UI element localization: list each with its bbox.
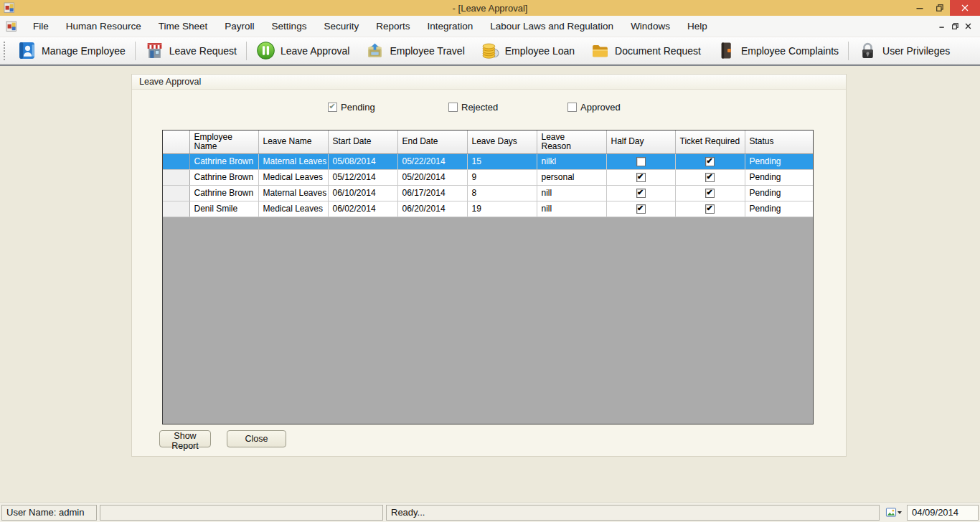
grid-body: Cathrine BrownMaternal Leaves05/08/20140… bbox=[163, 153, 814, 217]
cell-leave_reason[interactable]: personal bbox=[537, 169, 606, 185]
cell-employee_name[interactable]: Cathrine Brown bbox=[189, 153, 258, 169]
filter-pending-label: Pending bbox=[341, 102, 375, 113]
cell-employee_name[interactable]: Denil Smile bbox=[189, 201, 258, 217]
cell-end_date[interactable]: 06/17/2014 bbox=[397, 185, 467, 201]
column-header-status[interactable]: Status bbox=[745, 130, 814, 153]
cell-status[interactable]: Pending bbox=[745, 153, 814, 169]
cell-start_date[interactable]: 05/12/2014 bbox=[328, 169, 397, 185]
cell-status[interactable]: Pending bbox=[745, 201, 814, 217]
cell-half_day[interactable] bbox=[606, 153, 675, 169]
column-header-ticket_required[interactable]: Ticket Required bbox=[675, 130, 745, 153]
show-report-button[interactable]: Show Report bbox=[159, 430, 211, 447]
column-header-employee_name[interactable]: Employee Name bbox=[189, 130, 258, 153]
ticket_required-checkbox[interactable] bbox=[705, 173, 715, 182]
menu-item-security[interactable]: Security bbox=[315, 16, 367, 37]
cell-end_date[interactable]: 06/20/2014 bbox=[397, 201, 467, 217]
cell-leave_days[interactable]: 15 bbox=[467, 153, 537, 169]
toolbar-grip-handle[interactable] bbox=[2, 42, 6, 60]
mdi-restore-icon[interactable] bbox=[948, 21, 961, 32]
menu-item-integration[interactable]: Integration bbox=[418, 16, 481, 37]
cell-ticket_required[interactable] bbox=[675, 153, 745, 169]
cell-end_date[interactable]: 05/22/2014 bbox=[397, 153, 467, 169]
half_day-checkbox[interactable] bbox=[636, 157, 646, 166]
ticket_required-checkbox[interactable] bbox=[705, 189, 715, 198]
cell-status[interactable]: Pending bbox=[745, 169, 814, 185]
toolbar-leave-approval[interactable]: Leave Approval bbox=[248, 37, 358, 64]
grid-corner-header[interactable] bbox=[163, 130, 189, 153]
close-panel-button[interactable]: Close bbox=[227, 430, 286, 447]
cell-leave_reason[interactable]: nill bbox=[537, 185, 606, 201]
filter-approved[interactable]: Approved bbox=[567, 102, 621, 113]
toolbar-label-employee-travel: Employee Travel bbox=[390, 45, 464, 57]
row-header-cell[interactable] bbox=[163, 153, 189, 169]
half_day-checkbox[interactable] bbox=[636, 204, 646, 214]
cell-start_date[interactable]: 06/02/2014 bbox=[328, 201, 397, 217]
cell-leave_days[interactable]: 19 bbox=[467, 201, 537, 217]
cell-leave_name[interactable]: Maternal Leaves bbox=[258, 153, 328, 169]
column-header-leave_days[interactable]: Leave Days bbox=[467, 130, 537, 153]
mdi-child-icon[interactable] bbox=[6, 21, 17, 32]
cell-leave_name[interactable]: Maternal Leaves bbox=[258, 185, 328, 201]
cell-half_day[interactable] bbox=[606, 201, 675, 217]
toolbar-user-privileges[interactable]: User Privileges bbox=[850, 37, 958, 64]
column-header-half_day[interactable]: Half Day bbox=[606, 130, 675, 153]
cell-leave_days[interactable]: 9 bbox=[467, 169, 537, 185]
half_day-checkbox[interactable] bbox=[636, 173, 646, 182]
toolbar-employee-travel[interactable]: Employee Travel bbox=[357, 37, 472, 64]
close-icon[interactable] bbox=[950, 0, 980, 16]
row-header-cell[interactable] bbox=[163, 169, 189, 185]
menu-item-file[interactable]: File bbox=[24, 16, 57, 37]
mdi-close-icon[interactable] bbox=[961, 21, 974, 32]
cell-ticket_required[interactable] bbox=[675, 201, 745, 217]
menu-item-human-resource[interactable]: Human Resource bbox=[57, 16, 150, 37]
column-header-leave_name[interactable]: Leave Name bbox=[258, 130, 328, 153]
filter-rejected[interactable]: Rejected bbox=[448, 102, 498, 113]
column-header-start_date[interactable]: Start Date bbox=[328, 130, 397, 153]
travel-box-icon bbox=[365, 41, 385, 60]
cell-leave_reason[interactable]: nilkl bbox=[537, 153, 606, 169]
cell-leave_reason[interactable]: nill bbox=[537, 201, 606, 217]
menu-item-windows[interactable]: Windows bbox=[622, 16, 679, 37]
row-header-cell[interactable] bbox=[163, 185, 189, 201]
toolbar-employee-complaints[interactable]: Employee Complaints bbox=[709, 37, 847, 64]
column-header-leave_reason[interactable]: Leave Reason bbox=[537, 130, 606, 153]
mdi-minimize-icon[interactable] bbox=[936, 21, 948, 32]
toolbar-label-leave-approval: Leave Approval bbox=[281, 45, 350, 57]
menu-item-time-sheet[interactable]: Time Sheet bbox=[150, 16, 217, 37]
minimize-icon[interactable] bbox=[910, 0, 930, 16]
ticket_required-checkbox[interactable] bbox=[705, 157, 715, 166]
cell-employee_name[interactable]: Cathrine Brown bbox=[189, 185, 258, 201]
row-header-cell[interactable] bbox=[163, 201, 189, 217]
ticket_required-checkbox[interactable] bbox=[705, 204, 715, 214]
menu-item-help[interactable]: Help bbox=[679, 16, 716, 37]
menu-item-labour-laws-and-regulation[interactable]: Labour Laws and Regulation bbox=[481, 16, 622, 37]
cell-half_day[interactable] bbox=[606, 169, 675, 185]
restore-icon[interactable] bbox=[930, 0, 950, 16]
cell-ticket_required[interactable] bbox=[675, 169, 745, 185]
menu-item-settings[interactable]: Settings bbox=[263, 16, 316, 37]
toolbar-document-request[interactable]: Document Request bbox=[583, 37, 709, 64]
filter-pending[interactable]: Pending bbox=[328, 102, 375, 113]
cell-leave_days[interactable]: 8 bbox=[467, 185, 537, 201]
cell-employee_name[interactable]: Cathrine Brown bbox=[189, 169, 258, 185]
toolbar-manage-employee[interactable]: Manage Employee bbox=[9, 37, 133, 64]
picture-dropdown-icon[interactable] bbox=[882, 505, 904, 521]
toolbar-label-user-privileges: User Privileges bbox=[882, 45, 950, 57]
toolbar-employee-loan[interactable]: Employee Loan bbox=[473, 37, 583, 64]
toolbar-leave-request[interactable]: Leave Request bbox=[137, 37, 245, 64]
cell-leave_name[interactable]: Medical Leaves bbox=[258, 169, 328, 185]
menu-item-payroll[interactable]: Payroll bbox=[216, 16, 263, 37]
cell-end_date[interactable]: 05/20/2014 bbox=[397, 169, 467, 185]
cell-leave_name[interactable]: Medical Leaves bbox=[258, 201, 328, 217]
filter-approved-checkbox[interactable] bbox=[567, 103, 577, 112]
cell-start_date[interactable]: 05/08/2014 bbox=[328, 153, 397, 169]
filter-pending-checkbox[interactable] bbox=[328, 103, 337, 112]
cell-status[interactable]: Pending bbox=[745, 185, 814, 201]
cell-ticket_required[interactable] bbox=[675, 185, 745, 201]
cell-half_day[interactable] bbox=[606, 185, 675, 201]
cell-start_date[interactable]: 06/10/2014 bbox=[328, 185, 397, 201]
filter-rejected-checkbox[interactable] bbox=[448, 103, 458, 112]
column-header-end_date[interactable]: End Date bbox=[397, 130, 467, 153]
menu-item-reports[interactable]: Reports bbox=[367, 16, 418, 37]
half_day-checkbox[interactable] bbox=[636, 189, 646, 198]
